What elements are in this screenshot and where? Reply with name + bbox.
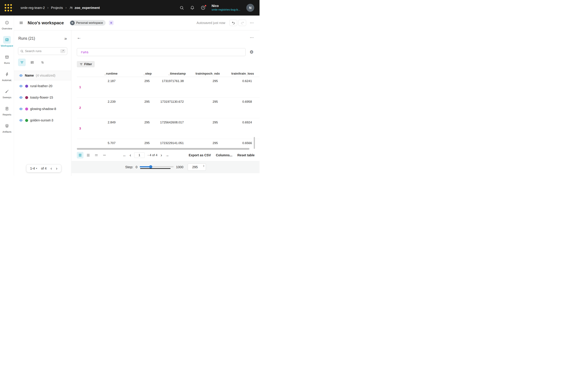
undo-icon	[232, 21, 235, 25]
filter-runs-button[interactable]	[18, 59, 26, 66]
cell-runtime: 2.239	[83, 98, 118, 118]
first-page-icon[interactable]: ←	[123, 153, 126, 157]
table-row[interactable]: 3 2.849 295 1725642608.017 295 0.6924	[77, 118, 260, 139]
workspace-badge[interactable]: N Personal workspace	[70, 20, 106, 26]
horizontal-scrollbar-thumb[interactable]	[77, 148, 249, 150]
sidebar-item-workspace[interactable]: Workspace	[0, 36, 14, 50]
row-height-small-button[interactable]	[77, 152, 83, 158]
query-input[interactable]	[77, 50, 245, 54]
columns-button[interactable]: Columns...	[216, 153, 232, 157]
run-name[interactable]: golden-sunset-3	[30, 118, 53, 122]
breadcrumb-projects[interactable]: Projects	[51, 6, 63, 10]
column-header-train-loss[interactable]: train/train_loss	[220, 72, 254, 75]
help-icon[interactable]: ?	[201, 5, 206, 10]
runs-search-box[interactable]: .*	[18, 47, 67, 55]
eye-icon[interactable]	[19, 96, 23, 99]
page-number-input[interactable]	[134, 152, 144, 158]
undo-button[interactable]	[229, 20, 237, 26]
run-name[interactable]: toasty-flower-15	[30, 96, 53, 99]
breadcrumb-team[interactable]: smle-reg-team-2	[21, 6, 45, 10]
prev-page-icon[interactable]: ‹	[50, 166, 52, 171]
back-button[interactable]: ←	[77, 35, 81, 40]
compare-panels-icon[interactable]	[109, 21, 114, 25]
user-org-link[interactable]: smle-registries-bug-b...	[212, 8, 240, 12]
search-icon[interactable]	[179, 5, 184, 10]
query-expression-box[interactable]	[77, 48, 246, 56]
breadcrumb-project[interactable]: zoo_experiment	[75, 6, 100, 10]
filter-button[interactable]: Filter	[77, 61, 95, 67]
slider-handle[interactable]	[149, 165, 152, 168]
column-header-step[interactable]: _step	[118, 72, 152, 75]
breadcrumb-separator-icon: ›	[65, 6, 67, 10]
step-control-bar: Step: 0 1000 ▴ ▾	[72, 161, 260, 173]
step-value-box[interactable]: ▴ ▾	[188, 163, 206, 171]
notifications-bell-icon[interactable]	[190, 5, 195, 10]
sidebar-item-sweeps[interactable]: Sweeps	[0, 88, 14, 102]
wandb-logo[interactable]	[5, 4, 12, 11]
sidebar-item-reports[interactable]: Reports	[0, 105, 14, 119]
step-slider[interactable]	[140, 165, 174, 169]
menu-icon[interactable]	[19, 21, 23, 25]
avatar[interactable]: N	[246, 4, 254, 12]
export-csv-button[interactable]: Export as CSV	[189, 153, 211, 157]
run-item[interactable]: toasty-flower-15	[14, 92, 71, 103]
sidebar-item-overview[interactable]: Overview	[0, 19, 14, 33]
run-item[interactable]: golden-sunset-3	[14, 115, 71, 126]
next-page-icon[interactable]: ›	[56, 166, 57, 171]
row-height-large-button[interactable]	[93, 152, 100, 158]
run-item[interactable]: rural-feather-20	[14, 80, 71, 92]
run-name[interactable]: rural-feather-20	[30, 84, 52, 88]
row-height-xlarge-button[interactable]	[101, 152, 108, 158]
run-name[interactable]: glowing-shadow-8	[30, 107, 56, 111]
table-row[interactable]: 4 5.707 295 1723229141.051 295 0.6566	[77, 139, 260, 147]
logo-dot	[10, 10, 12, 11]
step-value-input[interactable]	[188, 164, 206, 171]
table-row[interactable]: 2 2.239 295 1731971130.672 295 0.6958	[77, 98, 260, 118]
spinner-down-icon[interactable]: ▾	[203, 166, 204, 167]
artifacts-layers-icon	[3, 122, 11, 130]
sidebar-item-automations[interactable]: Automat.	[0, 70, 14, 84]
workspace-board-icon	[3, 36, 11, 44]
column-header-epoch[interactable]: train/epoch_ndx	[186, 72, 220, 75]
eye-icon[interactable]	[19, 118, 23, 122]
collapse-panel-icon[interactable]: »	[64, 37, 67, 40]
eye-icon[interactable]	[19, 107, 23, 111]
page-range-dropdown[interactable]: 1-4 ▾	[30, 167, 37, 170]
row-index-link[interactable]: 2	[77, 106, 83, 110]
header-overflow-menu-icon[interactable]: ⋯	[250, 21, 254, 25]
display-options-button[interactable]	[28, 59, 36, 66]
table-row[interactable]: 1 2.187 295 1731971761.38 295 0.6241	[77, 77, 260, 98]
runs-panel: Runs (21) » .*	[14, 30, 71, 176]
row-index-link[interactable]: 3	[77, 127, 83, 130]
settings-gear-icon[interactable]: ⚙	[250, 50, 254, 54]
prev-page-icon[interactable]: ‹	[130, 153, 131, 157]
row-index-link[interactable]: 1	[77, 85, 83, 89]
runs-pagination: 1-4 ▾ of 4 ‹ ›	[26, 164, 61, 172]
next-page-icon[interactable]: ›	[161, 153, 162, 157]
last-page-icon[interactable]: →	[165, 153, 169, 157]
badge-label: Personal workspace	[76, 21, 103, 25]
table-vertical-scrollbar[interactable]	[254, 137, 255, 149]
breadcrumb-separator-icon: ›	[47, 6, 48, 10]
column-header-timestamp[interactable]: _timestamp	[152, 72, 186, 75]
sidebar-item-artifacts[interactable]: Artifacts	[0, 122, 14, 136]
cell-train-loss: 0.6924	[220, 118, 254, 139]
regex-toggle-button[interactable]: .*	[60, 49, 65, 53]
user-menu[interactable]: Nico smle-registries-bug-b...	[212, 4, 240, 12]
run-color-dot	[25, 119, 28, 122]
redo-button[interactable]	[238, 20, 246, 26]
search-runs-input[interactable]	[25, 49, 59, 53]
rows-large-icon	[95, 153, 98, 157]
table-overflow-menu-icon[interactable]: ⋯	[250, 35, 254, 40]
eye-icon[interactable]	[19, 74, 23, 77]
runs-list-header-row[interactable]: Name (4 visualized)	[14, 71, 71, 80]
sidebar-item-runs[interactable]: Runs	[0, 53, 14, 67]
eye-icon[interactable]	[19, 84, 23, 88]
row-height-medium-button[interactable]	[85, 152, 92, 158]
run-item[interactable]: glowing-shadow-8	[14, 103, 71, 115]
horizontal-scrollbar[interactable]	[77, 148, 254, 150]
notification-dot	[204, 5, 207, 7]
reset-table-button[interactable]: Reset table	[237, 153, 255, 157]
sort-runs-button[interactable]	[39, 59, 46, 66]
column-header-runtime[interactable]: _runtime	[83, 72, 118, 75]
